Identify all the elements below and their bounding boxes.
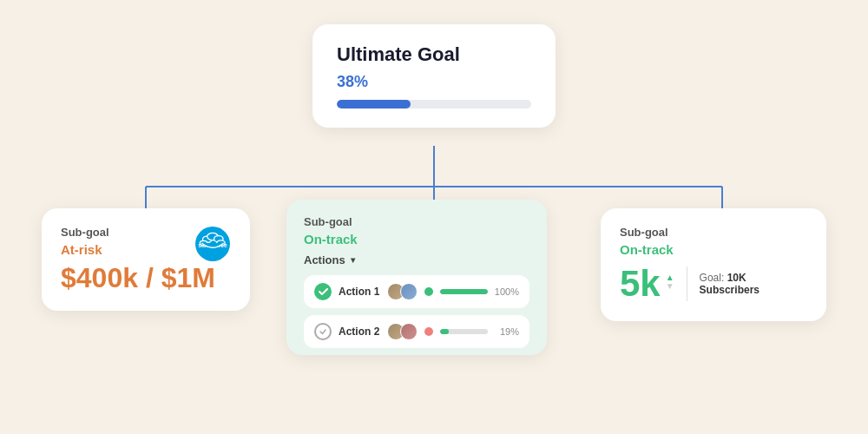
progress-bar-fill bbox=[337, 100, 411, 108]
actions-label: Actions bbox=[304, 253, 345, 266]
subgoal-right-goal-value: 10K Subscribers bbox=[700, 272, 760, 296]
actions-header[interactable]: Actions ▾ bbox=[304, 253, 529, 266]
action2-avatars bbox=[387, 323, 418, 340]
subgoal-right-arrows: ▲ ▼ bbox=[666, 273, 674, 291]
subgoal-right-goal-text: Goal: 10K Subscribers bbox=[700, 272, 807, 296]
action2-status-dot bbox=[424, 327, 433, 336]
subgoal-left-status: At-risk bbox=[61, 242, 109, 257]
subgoal-right-value-row: 5k ▲ ▼ Goal: 10K Subscribers bbox=[620, 266, 807, 302]
salesforce-logo: salesforce bbox=[194, 226, 231, 262]
progress-bar-background bbox=[337, 100, 531, 108]
action-row-2: Action 2 19% bbox=[304, 315, 529, 348]
subgoal-middle-label: Sub-goal bbox=[304, 215, 529, 228]
subgoal-left-value: $400k / $1M bbox=[61, 264, 231, 292]
action1-avatars bbox=[387, 283, 418, 300]
subgoal-middle-inner: Sub-goal On-track Actions ▾ Action 1 bbox=[286, 200, 547, 348]
subgoal-right-value: 5k bbox=[620, 266, 661, 302]
arrow-down-icon: ▼ bbox=[666, 282, 674, 291]
subgoal-right-status: On-track bbox=[620, 242, 807, 257]
subgoal-right-label: Sub-goal bbox=[620, 226, 807, 239]
avatar-2 bbox=[400, 283, 418, 300]
action2-check-icon bbox=[314, 323, 332, 340]
action1-check-icon bbox=[314, 283, 332, 300]
vertical-divider bbox=[687, 266, 687, 301]
action1-progress-bar bbox=[440, 289, 488, 294]
ultimate-goal-percent: 38% bbox=[337, 73, 531, 91]
action2-label: Action 2 bbox=[339, 326, 380, 338]
subgoal-middle-card: Sub-goal On-track Actions ▾ Action 1 bbox=[286, 200, 547, 355]
ultimate-goal-card: Ultimate Goal 38% bbox=[312, 24, 556, 128]
subgoal-left-label: Sub-goal bbox=[61, 226, 109, 239]
action2-percent: 19% bbox=[495, 326, 519, 337]
ultimate-goal-title: Ultimate Goal bbox=[337, 43, 531, 66]
action2-progress-fill bbox=[440, 329, 449, 334]
chevron-down-icon: ▾ bbox=[351, 255, 355, 265]
subgoal-left-card: Sub-goal At-risk salesforce $400k / $1M bbox=[42, 208, 250, 311]
subgoal-left-header: Sub-goal At-risk salesforce bbox=[61, 226, 231, 264]
action1-percent: 100% bbox=[495, 286, 519, 297]
subgoal-middle-status: On-track bbox=[304, 232, 529, 247]
action1-progress-fill bbox=[440, 289, 488, 294]
subgoal-right-card: Sub-goal On-track 5k ▲ ▼ Goal: 10K Subsc… bbox=[601, 208, 826, 321]
main-container: Ultimate Goal 38% Sub-goal At-risk sales… bbox=[0, 0, 868, 434]
action-row-1: Action 1 100% bbox=[304, 275, 529, 308]
action1-label: Action 1 bbox=[339, 286, 380, 298]
subgoal-left-meta: Sub-goal At-risk bbox=[61, 226, 109, 264]
avatar-4 bbox=[400, 323, 418, 340]
action1-status-dot bbox=[424, 287, 433, 296]
action2-progress-bar bbox=[440, 329, 488, 334]
